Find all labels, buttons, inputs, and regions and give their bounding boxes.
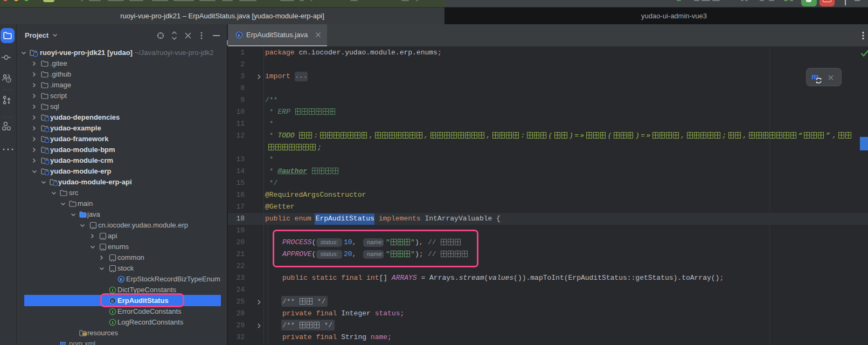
svg-text:I: I bbox=[112, 288, 113, 293]
svg-text:E: E bbox=[120, 277, 123, 282]
svg-text:I: I bbox=[112, 320, 113, 325]
svg-text:I: I bbox=[112, 309, 113, 314]
svg-text:E: E bbox=[238, 33, 241, 38]
